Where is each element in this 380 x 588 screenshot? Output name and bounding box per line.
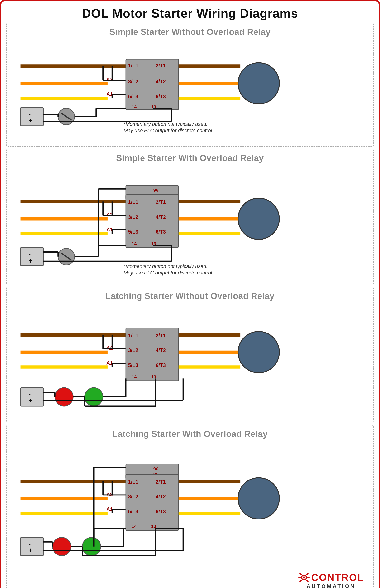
- svg-point-158: [82, 537, 101, 556]
- svg-text:96: 96: [153, 466, 159, 471]
- section-1-title: Simple Starter Without Overload Relay: [11, 27, 369, 37]
- svg-point-153: [238, 478, 279, 519]
- svg-line-178: [300, 573, 301, 575]
- svg-text:5/L3: 5/L3: [128, 509, 138, 514]
- svg-point-107: [238, 332, 279, 373]
- svg-text:6/T3: 6/T3: [155, 229, 166, 234]
- section-1: Simple Starter Without Overload Relay A2…: [6, 23, 374, 147]
- section-4-title: Latching Starter With Overload Relay: [11, 429, 369, 439]
- svg-text:3/L2: 3/L2: [128, 214, 138, 220]
- svg-text:2/T1: 2/T1: [155, 63, 166, 68]
- svg-point-69: [238, 198, 279, 240]
- svg-line-180: [307, 573, 308, 575]
- svg-text:14: 14: [132, 105, 137, 109]
- section-2: Simple Starter With Overload Relay 96 95…: [6, 149, 374, 284]
- svg-text:5/L3: 5/L3: [128, 362, 138, 368]
- page-container: DOL Motor Starter Wiring Diagrams Simple…: [0, 0, 380, 588]
- svg-point-111: [55, 388, 73, 406]
- svg-text:14: 14: [132, 241, 137, 246]
- section-3: Latching Starter Without Overload Relay …: [6, 287, 374, 422]
- section-2-title: Simple Starter With Overload Relay: [11, 153, 369, 163]
- svg-text:96: 96: [153, 188, 159, 193]
- svg-text:5/L3: 5/L3: [128, 94, 138, 99]
- svg-text:14: 14: [132, 374, 137, 379]
- svg-point-24: [238, 63, 279, 104]
- svg-text:1/L1: 1/L1: [128, 199, 138, 205]
- svg-text:6/T3: 6/T3: [155, 362, 166, 368]
- svg-text:May use PLC output for discret: May use PLC output for discrete control.: [123, 270, 213, 276]
- svg-line-179: [307, 580, 308, 582]
- svg-text:+: +: [29, 397, 32, 404]
- svg-text:-: -: [29, 251, 31, 258]
- section-3-title: Latching Starter Without Overload Relay: [11, 291, 369, 301]
- svg-text:*Momentary button not typicall: *Momentary button not typically used.: [123, 121, 208, 127]
- brand-control-text: CONTROL: [311, 572, 364, 583]
- svg-line-181: [300, 580, 301, 582]
- section-4: Latching Starter With Overload Relay A2 …: [6, 425, 374, 588]
- svg-text:2/T1: 2/T1: [155, 479, 166, 484]
- diagram-4-svg: A2 A1 96 95 1/L1 2/T1 3/L2 4/T2 5/L3: [11, 443, 369, 569]
- svg-text:4/T2: 4/T2: [155, 79, 166, 84]
- svg-text:+: +: [29, 546, 32, 554]
- diagram-1-svg: A2 A1 1/L1 2/T1 3/L2 4/T2 5/L3 6/T3 14 1…: [11, 42, 369, 141]
- brand-logo: CONTROL AUTOMATION: [298, 572, 364, 588]
- diagram-3-svg: A2 A1 1/L1 2/T1 3/L2 4/T2 5/L3 6/T3 14 1…: [11, 305, 369, 417]
- brand-automation-text: AUTOMATION: [307, 583, 356, 588]
- svg-text:2/T1: 2/T1: [155, 333, 166, 338]
- svg-text:6/T3: 6/T3: [155, 94, 166, 99]
- diagram-2-svg: 96 95 1/L1 2/T1 3/L2 4/T2 5/L3 6/T3 14 1…: [11, 168, 369, 279]
- svg-point-112: [85, 388, 103, 406]
- svg-text:13: 13: [151, 524, 156, 529]
- svg-text:+: +: [29, 117, 32, 125]
- svg-text:14: 14: [132, 524, 137, 529]
- svg-text:5/L3: 5/L3: [128, 229, 138, 234]
- main-title: DOL Motor Starter Wiring Diagrams: [6, 6, 374, 21]
- svg-text:6/T3: 6/T3: [155, 509, 166, 514]
- svg-text:May use PLC output for discret: May use PLC output for discrete control.: [123, 128, 213, 133]
- svg-text:2/T1: 2/T1: [155, 199, 166, 205]
- svg-point-157: [53, 537, 71, 556]
- svg-text:3/L2: 3/L2: [128, 348, 138, 353]
- svg-text:+: +: [29, 257, 32, 265]
- svg-text:1/L1: 1/L1: [128, 333, 138, 338]
- svg-text:4/T2: 4/T2: [155, 348, 166, 353]
- svg-text:3/L2: 3/L2: [128, 79, 138, 84]
- gear-icon: [298, 572, 310, 583]
- svg-text:3/L2: 3/L2: [128, 494, 138, 499]
- svg-text:4/T2: 4/T2: [155, 214, 166, 220]
- svg-text:1/L1: 1/L1: [128, 63, 138, 68]
- svg-text:4/T2: 4/T2: [155, 494, 166, 499]
- svg-text:*Momentary button not typicall: *Momentary button not typically used.: [123, 264, 208, 269]
- svg-text:1/L1: 1/L1: [128, 479, 138, 484]
- svg-point-173: [303, 576, 305, 579]
- svg-text:-: -: [29, 110, 31, 118]
